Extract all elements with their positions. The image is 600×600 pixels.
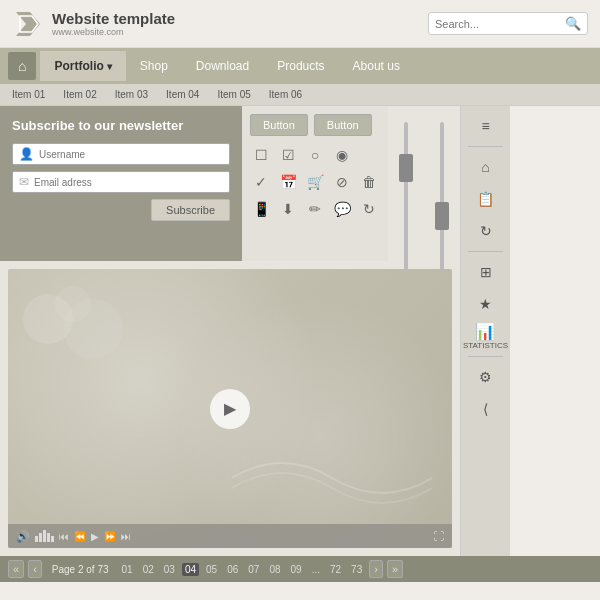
ui-button-2[interactable]: Button [314, 114, 372, 136]
pag-09[interactable]: 09 [288, 563, 305, 576]
search-input[interactable] [435, 18, 565, 30]
pag-72[interactable]: 72 [327, 563, 344, 576]
play-pause-button[interactable]: ▶ [91, 531, 99, 542]
subnav-item-5[interactable]: Item 05 [217, 89, 250, 100]
cart-icon[interactable]: 🛒 [304, 171, 326, 193]
pag-73[interactable]: 73 [348, 563, 365, 576]
checkbox-checked-icon[interactable]: ☑ [277, 144, 299, 166]
pag-06[interactable]: 06 [224, 563, 241, 576]
pag-03[interactable]: 03 [161, 563, 178, 576]
username-field-wrap[interactable]: 👤 [12, 143, 230, 165]
nav-item-shop[interactable]: Shop [126, 51, 182, 81]
volume-bar[interactable] [35, 530, 54, 542]
subnav-item-4[interactable]: Item 04 [166, 89, 199, 100]
radio-checked-icon[interactable]: ◉ [331, 144, 353, 166]
nav-item-about[interactable]: About us [339, 51, 414, 81]
search-bar[interactable]: 🔍 [428, 12, 588, 35]
vol-bar-1 [35, 536, 38, 542]
checkbox-icon[interactable]: ☐ [250, 144, 272, 166]
pagination-bar: « ‹ Page 2 of 73 01 02 03 04 05 06 07 08… [0, 556, 600, 582]
newsletter-box: Subscribe to our newsletter 👤 ✉ Subscrib… [0, 106, 242, 261]
pag-02[interactable]: 02 [140, 563, 157, 576]
slider-1-track[interactable] [404, 122, 408, 282]
search-icon[interactable]: 🔍 [565, 16, 581, 31]
toolbar-grid-icon[interactable]: ⊞ [469, 258, 503, 286]
toolbar-refresh-icon[interactable]: ↻ [469, 217, 503, 245]
subscribe-button[interactable]: Subscribe [151, 199, 230, 221]
volume-icon[interactable]: 🔊 [16, 530, 30, 543]
pag-next-button[interactable]: › [369, 560, 383, 578]
slider-1-handle[interactable] [399, 154, 413, 182]
top-section: Subscribe to our newsletter 👤 ✉ Subscrib… [0, 106, 460, 261]
skip-forward-button[interactable]: ⏭ [121, 531, 131, 542]
pag-08[interactable]: 08 [266, 563, 283, 576]
rewind-button[interactable]: ⏪ [74, 531, 86, 542]
pag-01[interactable]: 01 [119, 563, 136, 576]
toolbar-settings-icon[interactable]: ⚙ [469, 363, 503, 391]
toolbar-clipboard-icon[interactable]: 📋 [469, 185, 503, 213]
svg-point-4 [63, 299, 123, 359]
pag-first-button[interactable]: « [8, 560, 24, 578]
navbar: ⌂ Portfolio Shop Download Products About… [0, 48, 600, 84]
button-row: Button Button [250, 114, 380, 136]
ui-button-1[interactable]: Button [250, 114, 308, 136]
pag-07[interactable]: 07 [245, 563, 262, 576]
vol-bar-3 [43, 530, 46, 542]
vol-bar-4 [47, 533, 50, 542]
pag-prev-button[interactable]: ‹ [28, 560, 42, 578]
pencil-icon[interactable]: ✏ [304, 198, 326, 220]
video-waves [232, 438, 432, 518]
slider-2-track[interactable] [440, 122, 444, 282]
slider-2-handle[interactable] [435, 202, 449, 230]
vol-bar-5 [51, 536, 54, 542]
logo-text: Website template www.website.com [52, 10, 175, 37]
toolbar-statistics[interactable]: 📊 STATISTICS [463, 322, 508, 350]
right-toolbar: ≡ ⌂ 📋 ↻ ⊞ ★ 📊 STATISTICS ⚙ ⟨ [460, 106, 510, 556]
pag-05[interactable]: 05 [203, 563, 220, 576]
video-controls: 🔊 ⏮ ⏪ ▶ ⏩ ⏭ ⛶ [8, 524, 452, 548]
nav-item-download[interactable]: Download [182, 51, 263, 81]
toolbar-menu-icon[interactable]: ≡ [469, 112, 503, 140]
nav-home-button[interactable]: ⌂ [8, 52, 36, 80]
toolbar-sep-1 [468, 146, 502, 147]
site-name: Website template [52, 10, 175, 27]
email-input[interactable] [34, 177, 223, 188]
play-icon: ▶ [224, 399, 236, 418]
calendar-icon[interactable]: 📅 [277, 171, 299, 193]
subnav-item-1[interactable]: Item 01 [12, 89, 45, 100]
toolbar-star-icon[interactable]: ★ [469, 290, 503, 318]
subnav-item-2[interactable]: Item 02 [63, 89, 96, 100]
subnav-item-6[interactable]: Item 06 [269, 89, 302, 100]
slider-1 [396, 122, 416, 282]
stats-label: STATISTICS [463, 341, 508, 350]
subnav-item-3[interactable]: Item 03 [115, 89, 148, 100]
pag-info: Page 2 of 73 [52, 564, 109, 575]
pag-last-button[interactable]: » [387, 560, 403, 578]
video-play-button[interactable]: ▶ [210, 389, 250, 429]
fullscreen-button[interactable]: ⛶ [433, 530, 444, 542]
sliders-area [388, 106, 460, 261]
radio-icon[interactable]: ○ [304, 144, 326, 166]
user-icon: 👤 [19, 147, 34, 161]
skip-back-button[interactable]: ⏮ [59, 531, 69, 542]
email-field-wrap[interactable]: ✉ [12, 171, 230, 193]
fast-forward-button[interactable]: ⏩ [104, 531, 116, 542]
pag-04[interactable]: 04 [182, 563, 199, 576]
toolbar-sep-2 [468, 251, 502, 252]
toolbar-sep-3 [468, 356, 502, 357]
compass-icon[interactable]: ⊘ [331, 171, 353, 193]
refresh-icon[interactable]: ↻ [358, 198, 380, 220]
trash-icon[interactable]: 🗑 [358, 171, 380, 193]
nav-item-portfolio[interactable]: Portfolio [40, 51, 125, 81]
username-input[interactable] [39, 149, 223, 160]
download-icon[interactable]: ⬇ [277, 198, 299, 220]
logo-icon [12, 8, 44, 40]
mobile-icon[interactable]: 📱 [250, 198, 272, 220]
toolbar-home-icon[interactable]: ⌂ [469, 153, 503, 181]
logo-area: Website template www.website.com [12, 8, 175, 40]
subnav: Item 01 Item 02 Item 03 Item 04 Item 05 … [0, 84, 600, 106]
toolbar-share-icon[interactable]: ⟨ [469, 395, 503, 423]
checkmark-icon[interactable]: ✓ [250, 171, 272, 193]
chat-icon[interactable]: 💬 [331, 198, 353, 220]
nav-item-products[interactable]: Products [263, 51, 338, 81]
